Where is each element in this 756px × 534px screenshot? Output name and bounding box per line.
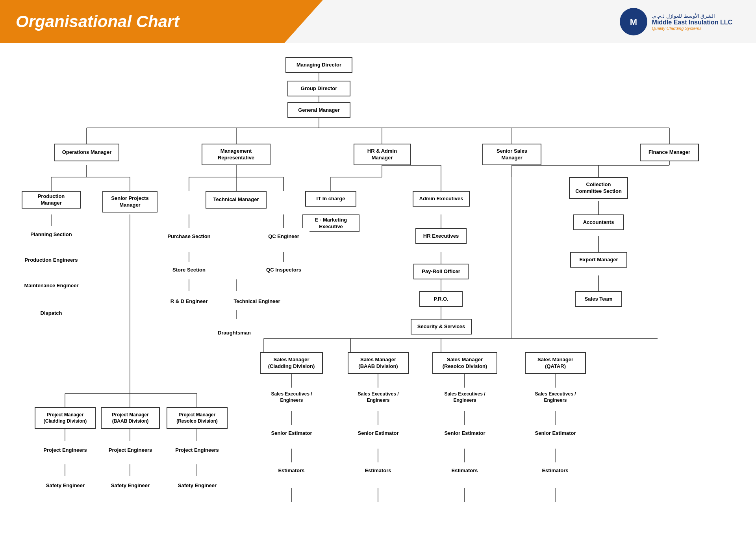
- project-manager-baab-node: Project Manager (BAAB Division): [101, 407, 160, 429]
- finance-manager-node: Finance Manager: [640, 144, 699, 161]
- senior-estimator-baab-node: Senior Estimator: [348, 425, 409, 442]
- project-engineers-baab-node: Project Engineers: [101, 442, 160, 458]
- collection-committee-node: Collection Committee Section: [569, 177, 628, 199]
- senior-estimator-resolco-node: Senior Estimator: [434, 425, 495, 442]
- it-in-charge-node: IT In charge: [305, 191, 356, 207]
- logo-icon: M: [620, 8, 647, 35]
- admin-executives-node: Admin Executives: [413, 191, 470, 207]
- hr-executives-node: HR Executives: [415, 228, 467, 244]
- page-title: Organisational Chart: [16, 12, 179, 31]
- dispatch-node: Dispatch: [26, 305, 77, 322]
- senior-estimator-cladding-node: Senior Estimator: [261, 425, 322, 442]
- project-manager-cladding-node: Project Manager (Cladding Division): [35, 407, 96, 429]
- logo-tagline: Quality Cladding Systems: [652, 26, 732, 31]
- rd-engineer-node: R & D Engineer: [159, 293, 219, 310]
- safety-engineer-1-node: Safety Engineer: [36, 477, 95, 494]
- estimators-baab-node: Estimators: [350, 462, 406, 479]
- general-manager-node: General Manager: [287, 102, 350, 118]
- sales-manager-resolco-node: Sales Manager (Resolco Division): [432, 352, 497, 374]
- estimators-qatar-node: Estimators: [528, 462, 583, 479]
- sales-exec-resolco-node: Sales Executives / Engineers: [432, 388, 497, 407]
- operations-manager-node: Operations Manager: [54, 144, 119, 161]
- export-manager-node: Export Manager: [570, 252, 627, 268]
- connector-lines: [8, 51, 756, 534]
- accountants-node: Accountants: [573, 214, 624, 230]
- technical-manager-node: Technical Manager: [206, 191, 267, 209]
- sales-exec-cladding-node: Sales Executives / Engineers: [259, 388, 324, 407]
- chart-wrapper: Managing Director Group Director General…: [8, 51, 748, 534]
- org-chart: Managing Director Group Director General…: [0, 43, 756, 534]
- sales-manager-baab-node: Sales Manager (BAAB Division): [348, 352, 409, 374]
- managing-director-node: Managing Director: [285, 57, 352, 73]
- project-engineers-cladding-node: Project Engineers: [35, 442, 96, 458]
- project-engineers-resolco-node: Project Engineers: [167, 442, 228, 458]
- logo-text: الشرق الأوسط للعوازل ذ.م.م. Middle East …: [652, 13, 732, 31]
- logo-arabic: الشرق الأوسط للعوازل ذ.م.م.: [652, 13, 732, 19]
- header-orange-bg: Organisational Chart: [0, 0, 323, 43]
- header: Organisational Chart M الشرق الأوسط للعو…: [0, 0, 756, 43]
- senior-projects-manager-node: Senior Projects Manager: [102, 191, 158, 212]
- safety-engineer-2-node: Safety Engineer: [101, 477, 160, 494]
- purchase-section-node: Purchase Section: [159, 228, 219, 245]
- qc-inspectors-node: QC Inspectors: [253, 262, 314, 278]
- maintenance-engineer-node: Maintenance Engineer: [19, 277, 84, 294]
- e-marketing-node: E - Marketing Executive: [302, 214, 359, 232]
- sales-manager-qatar-node: Sales Manager (QATAR): [525, 352, 586, 374]
- safety-engineer-3-node: Safety Engineer: [168, 477, 227, 494]
- hr-admin-manager-node: HR & Admin Manager: [354, 144, 411, 165]
- svg-text:M: M: [630, 17, 637, 27]
- senior-estimator-qatar-node: Senior Estimator: [525, 425, 586, 442]
- technical-engineer-node: Technical Engineer: [224, 293, 289, 310]
- sales-exec-baab-node: Sales Executives / Engineers: [346, 388, 411, 407]
- security-services-node: Security & Services: [411, 319, 472, 334]
- production-engineers-node: Production Engineers: [20, 252, 83, 268]
- planning-section-node: Planning Section: [22, 226, 81, 243]
- senior-sales-manager-node: Senior Sales Manager: [482, 144, 541, 165]
- project-manager-resolco-node: Project Manager (Resolco Division): [167, 407, 228, 429]
- management-rep-node: Management Representative: [202, 144, 271, 165]
- estimators-resolco-node: Estimators: [437, 462, 492, 479]
- payroll-officer-node: Pay-Roll Officer: [413, 264, 469, 279]
- group-director-node: Group Director: [287, 81, 350, 96]
- sales-exec-qatar-node: Sales Executives / Engineers: [523, 388, 588, 407]
- logo-english: Middle East Insulation LLC: [652, 19, 732, 26]
- pro-node: P.R.O.: [419, 291, 463, 307]
- qc-engineer-node: QC Engineer: [255, 228, 312, 245]
- store-section-node: Store Section: [161, 262, 217, 278]
- draughtsman-node: Draughtsman: [205, 325, 264, 341]
- estimators-cladding-node: Estimators: [264, 462, 319, 479]
- company-logo: M الشرق الأوسط للعوازل ذ.م.م. Middle Eas…: [620, 8, 732, 35]
- sales-manager-cladding-node: Sales Manager (Cladding Division): [260, 352, 323, 374]
- production-manager-node: Production Manager: [22, 191, 81, 209]
- sales-team-node: Sales Team: [575, 291, 622, 307]
